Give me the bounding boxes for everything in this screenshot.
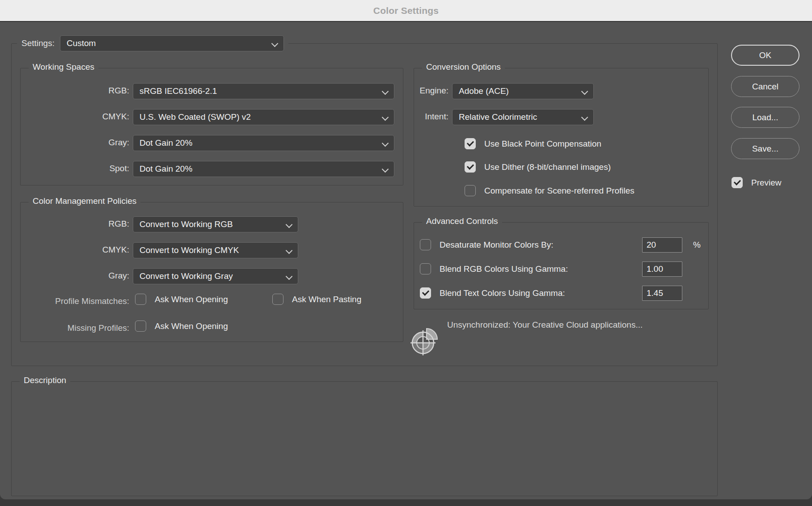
- profile-mismatches-ask-opening-checkbox[interactable]: [135, 294, 146, 305]
- save-button[interactable]: Save...: [731, 138, 799, 159]
- chevron-down-icon: [271, 40, 279, 47]
- engine-select[interactable]: Adobe (ACE): [452, 83, 594, 99]
- blend-rgb-gamma-label: Blend RGB Colors Using Gamma:: [440, 264, 568, 274]
- chevron-down-icon: [581, 114, 588, 121]
- cmp-cmyk-label: CMYK:: [21, 245, 129, 255]
- preview-checkbox[interactable]: [732, 177, 743, 188]
- ws-spot-select[interactable]: Dot Gain 20%: [133, 161, 394, 177]
- description-content: [21, 389, 708, 489]
- ws-cmyk-select[interactable]: U.S. Web Coated (SWOP) v2: [133, 109, 394, 125]
- ws-spot-value: Dot Gain 20%: [140, 164, 192, 174]
- dialog-titlebar: Color Settings: [0, 0, 812, 22]
- chevron-down-icon: [286, 247, 293, 254]
- cmp-cmyk-select[interactable]: Convert to Working CMYK: [133, 242, 298, 258]
- engine-value: Adobe (ACE): [459, 86, 509, 96]
- intent-value: Relative Colorimetric: [459, 112, 537, 122]
- ws-spot-label: Spot:: [21, 164, 129, 173]
- ws-cmyk-label: CMYK:: [21, 112, 129, 122]
- missing-profiles-label: Missing Profiles:: [21, 323, 129, 333]
- engine-label: Engine:: [414, 86, 448, 96]
- desaturate-monitor-checkbox[interactable]: [420, 239, 431, 250]
- settings-label: Settings:: [21, 38, 55, 48]
- blend-text-gamma-checkbox[interactable]: [420, 287, 431, 299]
- conversion-options-title: Conversion Options: [422, 62, 505, 72]
- blend-text-gamma-label: Blend Text Colors Using Gamma:: [440, 288, 565, 298]
- chevron-down-icon: [581, 88, 588, 95]
- color-settings-dialog: Color Settings Settings: Custom Working …: [0, 0, 812, 499]
- compensate-scene-referred-checkbox[interactable]: [465, 185, 476, 196]
- settings-preset-select[interactable]: Custom: [60, 35, 284, 51]
- missing-profiles-ask-opening-label: Ask When Opening: [155, 321, 228, 331]
- intent-label: Intent:: [414, 112, 448, 122]
- blend-text-gamma-input[interactable]: [642, 286, 682, 301]
- cmp-gray-select[interactable]: Convert to Working Gray: [133, 268, 298, 284]
- blend-rgb-gamma-checkbox[interactable]: [420, 263, 431, 274]
- use-dither-label: Use Dither (8-bit/channel images): [484, 162, 611, 172]
- ws-rgb-select[interactable]: sRGB IEC61966-2.1: [133, 83, 394, 99]
- working-spaces-groupbox: Working Spaces RGB: sRGB IEC61966-2.1 CM…: [20, 68, 403, 186]
- advanced-controls-groupbox: Advanced Controls Desaturate Monitor Col…: [414, 222, 709, 309]
- description-groupbox: Description: [11, 381, 718, 496]
- advanced-controls-title: Advanced Controls: [422, 216, 502, 226]
- ws-rgb-value: sRGB IEC61966-2.1: [140, 86, 217, 96]
- working-spaces-title: Working Spaces: [29, 62, 98, 72]
- ws-gray-select[interactable]: Dot Gain 20%: [133, 135, 394, 151]
- cmp-rgb-select[interactable]: Convert to Working RGB: [133, 216, 298, 232]
- color-sync-icon: [410, 327, 439, 355]
- blend-rgb-gamma-input[interactable]: [642, 261, 682, 277]
- desaturate-monitor-input[interactable]: [642, 237, 682, 253]
- profile-mismatches-ask-opening-label: Ask When Opening: [155, 295, 228, 304]
- load-button[interactable]: Load...: [731, 107, 799, 128]
- settings-preset-value: Custom: [67, 38, 96, 48]
- chevron-down-icon: [382, 88, 389, 95]
- dialog-title: Color Settings: [373, 5, 439, 16]
- profile-mismatches-ask-pasting-label: Ask When Pasting: [292, 295, 361, 304]
- intent-select[interactable]: Relative Colorimetric: [452, 109, 594, 125]
- conversion-options-groupbox: Conversion Options Engine: Adobe (ACE) I…: [414, 68, 709, 207]
- description-title: Description: [20, 375, 70, 385]
- desaturate-monitor-suffix: %: [693, 240, 701, 250]
- sync-status-text: Unsynchronized: Your Creative Cloud appl…: [447, 320, 643, 330]
- ws-gray-value: Dot Gain 20%: [140, 138, 192, 148]
- ws-gray-label: Gray:: [21, 138, 129, 148]
- use-black-point-compensation-checkbox[interactable]: [465, 138, 476, 149]
- cmp-gray-label: Gray:: [21, 271, 129, 281]
- chevron-down-icon: [286, 273, 293, 280]
- profile-mismatches-label: Profile Mismatches:: [21, 296, 129, 306]
- cmp-cmyk-value: Convert to Working CMYK: [140, 245, 239, 255]
- cmp-gray-value: Convert to Working Gray: [140, 271, 233, 281]
- chevron-down-icon: [286, 221, 293, 228]
- color-management-groupbox: Color Management Policies RGB: Convert t…: [20, 202, 403, 342]
- ws-rgb-label: RGB:: [21, 86, 129, 96]
- profile-mismatches-ask-pasting-checkbox[interactable]: [272, 294, 283, 305]
- cmp-rgb-label: RGB:: [21, 219, 129, 229]
- settings-row: Settings: Custom: [17, 35, 288, 52]
- color-management-title: Color Management Policies: [29, 196, 140, 206]
- cmp-rgb-value: Convert to Working RGB: [140, 219, 233, 229]
- desaturate-monitor-label: Desaturate Monitor Colors By:: [440, 240, 554, 250]
- compensate-scene-referred-label: Compensate for Scene-referred Profiles: [484, 186, 634, 196]
- missing-profiles-ask-opening-checkbox[interactable]: [135, 320, 146, 332]
- chevron-down-icon: [382, 140, 389, 147]
- use-dither-checkbox[interactable]: [465, 161, 476, 173]
- preview-label: Preview: [751, 178, 782, 188]
- ws-cmyk-value: U.S. Web Coated (SWOP) v2: [140, 112, 251, 122]
- cancel-button[interactable]: Cancel: [731, 76, 799, 97]
- use-black-point-compensation-label: Use Black Point Compensation: [484, 139, 601, 149]
- chevron-down-icon: [382, 166, 389, 173]
- chevron-down-icon: [382, 114, 389, 121]
- ok-button[interactable]: OK: [731, 45, 799, 66]
